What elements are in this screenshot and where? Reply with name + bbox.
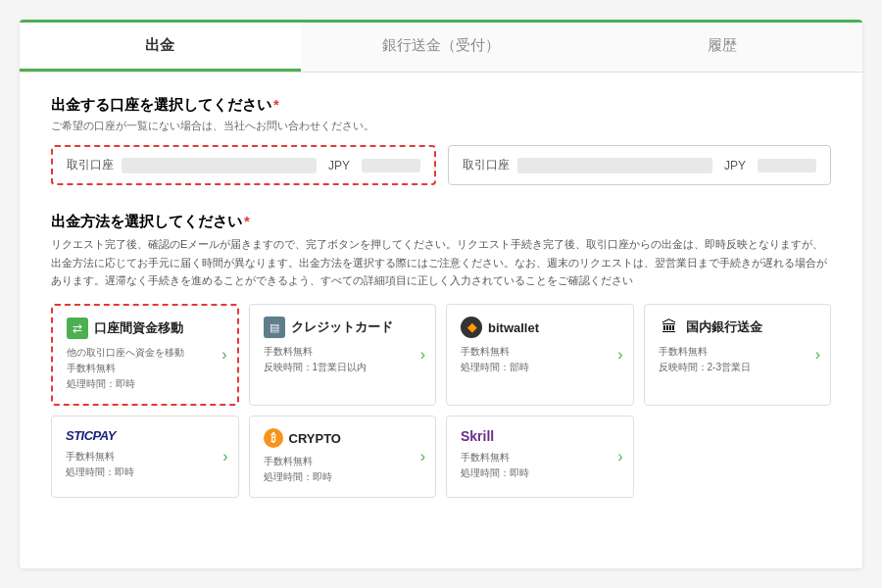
payment-grid-row1: ⇄ 口座間資金移動 他の取引口座へ資金を移動 手数料無料 処理時間：即時 › ▤ [51, 304, 831, 406]
card-title-bank: 国内銀行送金 [686, 318, 762, 336]
skrill-logo: Skrill [461, 428, 494, 444]
card-info-transfer: 他の取引口座へ資金を移動 手数料無料 処理時間：即時 [67, 345, 223, 392]
payment-card-transfer[interactable]: ⇄ 口座間資金移動 他の取引口座へ資金を移動 手数料無料 処理時間：即時 › [51, 304, 239, 406]
payment-card-crypto[interactable]: ₿ CRYPTO 手数料無料 処理時間：即時 › [249, 416, 437, 498]
card-info-sticpay: 手数料無料 処理時間：即時 [66, 449, 224, 480]
card-info-skrill: 手数料無料 処理時間：即時 [461, 450, 619, 481]
transfer-arrow-icon: › [221, 346, 226, 364]
card-title-credit: クレジットカード [291, 318, 393, 336]
card-header-skrill: Skrill [461, 428, 619, 444]
account-box-1[interactable]: 取引口座 JPY [51, 145, 436, 185]
account-section-subtitle: ご希望の口座が一覧にない場合は、当社へお問い合わせください。 [51, 119, 831, 133]
payment-card-credit[interactable]: ▤ クレジットカード 手数料無料 反映時間：1営業日以内 › [249, 304, 437, 406]
account-currency-2: JPY [724, 159, 746, 172]
card-info-bank: 手数料無料 反映時間：2-3営業日 [659, 344, 817, 375]
crypto-arrow-icon: › [420, 448, 425, 466]
account-amount-1 [362, 159, 420, 172]
card-title-crypto: CRYPTO [289, 431, 341, 446]
account-label-1: 取引口座 [67, 157, 114, 173]
card-info-crypto: 手数料無料 処理時間：即時 [264, 454, 422, 485]
account-amount-2 [758, 159, 816, 172]
bitwallet-arrow-icon: › [617, 346, 622, 364]
bank-arrow-icon: › [815, 346, 820, 364]
tab-withdrawal[interactable]: 出金 [20, 23, 301, 72]
card-title-bitwallet: bitwallet [488, 320, 539, 335]
account-currency-1: JPY [328, 159, 350, 172]
sticpay-arrow-icon: › [222, 448, 227, 466]
account-value-1 [122, 158, 317, 173]
payment-card-bitwallet[interactable]: ◆ bitwallet 手数料無料 処理時間：部時 › [446, 304, 634, 406]
empty-slot [644, 416, 832, 498]
tab-bar: 出金 銀行送金（受付） 履歴 [20, 23, 862, 73]
method-description: リクエスト完了後、確認のEメールが届きますので、完了ボタンを押してください。リク… [51, 235, 831, 290]
account-label-2: 取引口座 [463, 157, 510, 173]
card-header-credit: ▤ クレジットカード [264, 317, 422, 338]
card-title-transfer: 口座間資金移動 [94, 319, 183, 337]
main-container: 出金 銀行送金（受付） 履歴 出金する口座を選択してください* ご希望の口座が一… [20, 20, 862, 568]
skrill-arrow-icon: › [617, 448, 622, 466]
card-header-bitwallet: ◆ bitwallet [461, 317, 619, 338]
page-content: 出金する口座を選択してください* ご希望の口座が一覧にない場合は、当社へお問い合… [20, 73, 862, 521]
crypto-icon: ₿ [264, 428, 283, 448]
card-header-transfer: ⇄ 口座間資金移動 [67, 318, 223, 339]
account-section-title: 出金する口座を選択してください* [51, 96, 831, 115]
payment-card-bank[interactable]: 🏛 国内銀行送金 手数料無料 反映時間：2-3営業日 › [644, 304, 832, 406]
credit-icon: ▤ [264, 317, 285, 338]
card-info-credit: 手数料無料 反映時間：1営業日以内 [264, 344, 422, 375]
payment-card-skrill[interactable]: Skrill 手数料無料 処理時間：即時 › [446, 416, 634, 498]
bitwallet-icon: ◆ [461, 317, 482, 338]
transfer-icon: ⇄ [67, 318, 88, 339]
bank-icon: 🏛 [659, 317, 680, 338]
payment-card-sticpay[interactable]: STICPAY 手数料無料 処理時間：即時 › [51, 416, 239, 498]
tab-history[interactable]: 履歴 [581, 23, 862, 72]
card-header-bank: 🏛 国内銀行送金 [659, 317, 817, 338]
account-value-2 [517, 158, 712, 173]
card-header-sticpay: STICPAY [66, 428, 224, 443]
card-header-crypto: ₿ CRYPTO [264, 428, 422, 448]
method-section-title: 出金方法を選択してください* [51, 213, 831, 231]
sticpay-logo: STICPAY [66, 428, 116, 443]
payment-grid-row2: STICPAY 手数料無料 処理時間：即時 › ₿ CRYPTO 手数料無料 [51, 416, 831, 498]
account-row: 取引口座 JPY 取引口座 JPY [51, 145, 831, 185]
account-box-2[interactable]: 取引口座 JPY [448, 145, 831, 185]
credit-arrow-icon: › [420, 346, 425, 364]
tab-bank-transfer[interactable]: 銀行送金（受付） [301, 23, 582, 72]
card-info-bitwallet: 手数料無料 処理時間：部時 [461, 344, 619, 375]
